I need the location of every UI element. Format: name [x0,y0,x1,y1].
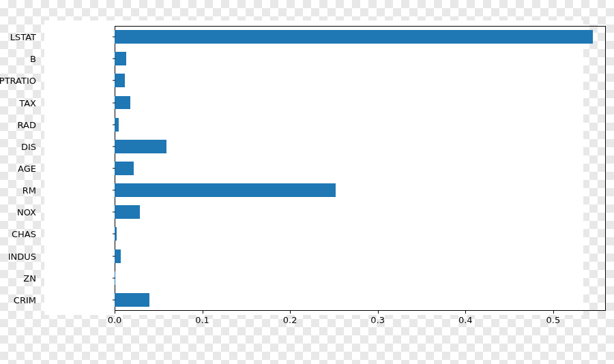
x-tick-mark [290,311,291,314]
y-tick-mark [113,277,115,278]
x-tick-label: 0.1 [195,315,209,325]
y-tick-label: INDUS [8,251,36,261]
y-tick-mark [113,212,115,213]
y-tick-label: CHAS [12,229,36,239]
y-tick-mark [113,59,115,59]
y-tick-label: DIS [21,141,36,151]
bar-indus [115,249,121,263]
y-tick-label: NOX [17,207,36,217]
bar-nox [115,205,140,219]
bar-dis [115,140,166,153]
y-tick-label: RM [23,185,36,196]
y-tick-mark [113,190,115,191]
x-tick-label: 0.5 [546,315,561,325]
y-tick-mark [113,299,115,300]
bar-age [115,162,134,175]
y-tick-label: ZN [23,273,36,283]
plot-area [115,26,606,311]
y-tick-mark [113,168,115,169]
y-tick-mark [113,37,115,37]
y-tick-label: PTRATIO [0,76,36,86]
bar-b [115,52,126,65]
y-tick-mark [113,256,115,256]
x-tick-mark [115,311,115,314]
bar-ptratio [115,74,125,87]
chart-figure: LSTATBPTRATIOTAXRADDISAGERMNOXCHASINDUSZ… [44,20,583,315]
x-tick-mark [465,311,466,314]
y-tick-mark [113,124,115,125]
y-tick-label: CRIM [14,294,36,305]
x-tick-label: 0.4 [458,315,473,325]
x-tick-label: 0.0 [108,315,122,325]
x-tick-label: 0.2 [283,315,297,325]
y-tick-label: LSTAT [10,32,36,42]
y-tick-label: B [30,54,36,64]
x-tick-mark [553,311,554,314]
x-tick-mark [203,311,203,314]
x-tick-label: 0.3 [370,315,385,325]
y-tick-label: RAD [18,119,36,130]
y-tick-mark [113,234,115,234]
bar-crim [115,293,149,307]
y-tick-label: TAX [19,97,36,108]
bar-tax [115,96,130,110]
bar-lstat [115,30,593,44]
y-tick-mark [113,102,115,103]
y-tick-mark [113,146,115,147]
bar-rm [115,183,336,197]
y-tick-label: AGE [18,164,36,174]
y-tick-mark [113,80,115,81]
x-tick-mark [378,311,379,314]
